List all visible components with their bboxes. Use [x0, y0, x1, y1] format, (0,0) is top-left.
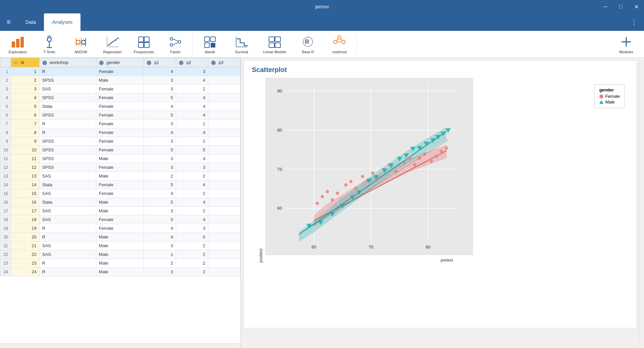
- cell-gender[interactable]: Female: [96, 215, 144, 224]
- cell-workshop[interactable]: R: [39, 268, 96, 276]
- cell-gender[interactable]: Female: [96, 146, 144, 154]
- close-button[interactable]: ✕: [629, 0, 644, 13]
- cell-workshop[interactable]: R: [39, 233, 96, 241]
- cell-q3[interactable]: [208, 137, 240, 146]
- cell-q3[interactable]: [208, 146, 240, 154]
- toolbar-medmod[interactable]: medmod: [324, 32, 355, 56]
- cell-q1[interactable]: 4: [144, 233, 176, 241]
- table-row[interactable]: 21 21 SAS Male 3 2: [0, 241, 240, 250]
- cell-gender[interactable]: Male: [96, 154, 144, 163]
- cell-workshop[interactable]: R: [39, 224, 96, 233]
- cell-id[interactable]: 12: [11, 163, 40, 172]
- toolbar-baser[interactable]: R Base R: [293, 32, 323, 56]
- cell-gender[interactable]: Female: [96, 224, 144, 233]
- cell-id[interactable]: 15: [11, 189, 40, 198]
- cell-q3[interactable]: [208, 189, 240, 198]
- table-row[interactable]: 10 10 SPSS Female 5 5: [0, 146, 240, 154]
- cell-q1[interactable]: 3: [144, 207, 176, 215]
- cell-q1[interactable]: 3: [144, 163, 176, 172]
- toolbar-blandr[interactable]: blandr: [195, 32, 225, 56]
- cell-q2[interactable]: 2: [176, 207, 208, 215]
- cell-q3[interactable]: [208, 154, 240, 163]
- cell-q3[interactable]: [208, 85, 240, 93]
- tab-analyses[interactable]: Analyses: [44, 13, 80, 31]
- minimize-button[interactable]: ─: [598, 0, 613, 13]
- table-row[interactable]: 15 15 SAS Female 4 2: [0, 189, 240, 198]
- table-row[interactable]: 12 12 SPSS Female 3 3: [0, 163, 240, 172]
- table-row[interactable]: 23 23 R Male 2 2: [0, 259, 240, 268]
- cell-q1[interactable]: 4: [144, 224, 176, 233]
- table-row[interactable]: 8 8 R Female 4 4: [0, 128, 240, 137]
- cell-id[interactable]: 13: [11, 172, 40, 181]
- toolbar-ttests[interactable]: T-Tests: [34, 32, 64, 56]
- cell-q3[interactable]: [208, 207, 240, 215]
- cell-q2[interactable]: 2: [176, 250, 208, 259]
- horizontal-scrollbar[interactable]: [0, 343, 240, 348]
- toolbar-frequencies[interactable]: Frequencies: [129, 32, 159, 56]
- cell-q1[interactable]: 3: [144, 241, 176, 250]
- cell-id[interactable]: 3: [11, 85, 40, 93]
- cell-workshop[interactable]: SPSS: [39, 76, 96, 85]
- cell-workshop[interactable]: SPSS: [39, 111, 96, 120]
- cell-q2[interactable]: 4: [176, 215, 208, 224]
- cell-q1[interactable]: 3: [144, 85, 176, 93]
- cell-q2[interactable]: 5: [176, 146, 208, 154]
- cell-workshop[interactable]: R: [39, 128, 96, 137]
- cell-id[interactable]: 17: [11, 207, 40, 215]
- cell-q1[interactable]: 3: [144, 76, 176, 85]
- cell-gender[interactable]: Female: [96, 102, 144, 111]
- cell-id[interactable]: 11: [11, 154, 40, 163]
- col-header-q1[interactable]: ⬤ q1: [144, 58, 176, 67]
- cell-gender[interactable]: Female: [96, 67, 144, 76]
- cell-gender[interactable]: Male: [96, 268, 144, 276]
- cell-gender[interactable]: Male: [96, 259, 144, 268]
- cell-id[interactable]: 8: [11, 128, 40, 137]
- tab-data[interactable]: Data: [17, 13, 44, 31]
- cell-q3[interactable]: [208, 172, 240, 181]
- cell-q1[interactable]: 4: [144, 102, 176, 111]
- cell-q1[interactable]: 3: [144, 154, 176, 163]
- cell-q2[interactable]: 3: [176, 163, 208, 172]
- cell-gender[interactable]: Female: [96, 85, 144, 93]
- cell-q3[interactable]: [208, 76, 240, 85]
- cell-workshop[interactable]: SAS: [39, 172, 96, 181]
- cell-workshop[interactable]: SPSS: [39, 154, 96, 163]
- cell-workshop[interactable]: Stata: [39, 181, 96, 189]
- table-row[interactable]: 11 11 SPSS Male 3 4: [0, 154, 240, 163]
- cell-q3[interactable]: [208, 67, 240, 76]
- cell-q3[interactable]: [208, 111, 240, 120]
- cell-q3[interactable]: [208, 241, 240, 250]
- cell-q2[interactable]: 2: [176, 241, 208, 250]
- cell-q2[interactable]: 4: [176, 76, 208, 85]
- cell-q2[interactable]: 1: [176, 120, 208, 128]
- cell-q3[interactable]: [208, 163, 240, 172]
- cell-id[interactable]: 18: [11, 215, 40, 224]
- table-row[interactable]: 22 22 SAS Male 1 2: [0, 250, 240, 259]
- toolbar-anova[interactable]: ANOVA: [66, 32, 96, 56]
- cell-id[interactable]: 14: [11, 181, 40, 189]
- cell-id[interactable]: 23: [11, 259, 40, 268]
- cell-q1[interactable]: 5: [144, 111, 176, 120]
- cell-q1[interactable]: 2: [144, 172, 176, 181]
- table-row[interactable]: 4 4 SPSS Female 5 4: [0, 93, 240, 102]
- cell-id[interactable]: 1: [11, 67, 40, 76]
- cell-q1[interactable]: 3: [144, 137, 176, 146]
- cell-gender[interactable]: Female: [96, 163, 144, 172]
- cell-id[interactable]: 10: [11, 146, 40, 154]
- cell-gender[interactable]: Female: [96, 111, 144, 120]
- cell-workshop[interactable]: R: [39, 67, 96, 76]
- cell-q3[interactable]: [208, 181, 240, 189]
- results-panel[interactable]: Scatterplot posttest: [241, 58, 639, 348]
- hamburger-menu[interactable]: ≡: [3, 15, 15, 28]
- cell-workshop[interactable]: SAS: [39, 85, 96, 93]
- cell-q2[interactable]: 2: [176, 85, 208, 93]
- cell-q3[interactable]: [208, 268, 240, 276]
- cell-workshop[interactable]: SPSS: [39, 146, 96, 154]
- col-header-workshop[interactable]: ⬤ workshop: [39, 58, 96, 67]
- toolbar-exploration[interactable]: Exploration: [3, 32, 33, 56]
- cell-gender[interactable]: Male: [96, 76, 144, 85]
- col-header-id[interactable]: 🏷 id: [11, 58, 40, 67]
- table-row[interactable]: 20 20 R Male 4 5: [0, 233, 240, 241]
- table-row[interactable]: 5 5 Stata Female 4 4: [0, 102, 240, 111]
- cell-q3[interactable]: [208, 224, 240, 233]
